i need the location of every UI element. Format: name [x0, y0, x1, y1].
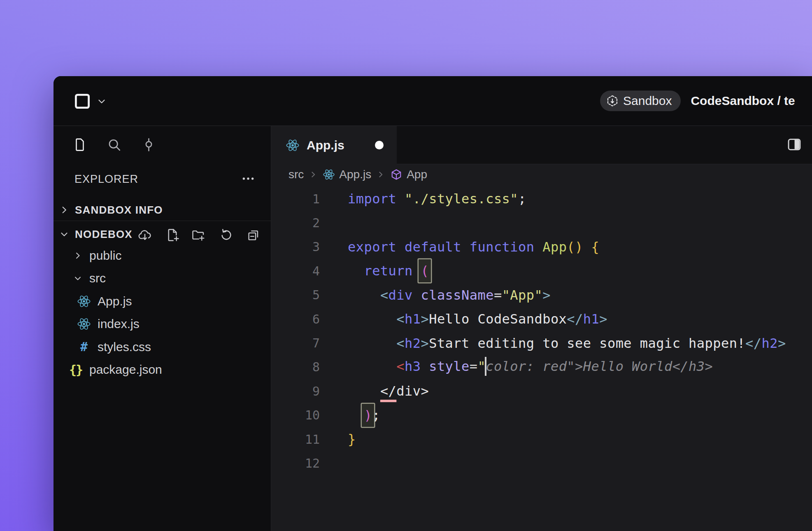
- section-label: SANDBOX INFO: [75, 204, 163, 217]
- workspace-title[interactable]: CodeSandbox / te: [691, 94, 795, 108]
- code-text: <h3 style="color: red">Hello World</h3>: [348, 358, 713, 377]
- react-icon: [77, 317, 91, 331]
- breadcrumb-label: App: [407, 168, 427, 181]
- line-number: 1: [271, 192, 320, 206]
- explorer-header: EXPLORER: [54, 170, 271, 188]
- tree-item-index.js[interactable]: index.js: [54, 313, 271, 336]
- sandbox-badge-label: Sandbox: [623, 94, 672, 108]
- chevron-right-icon: [376, 170, 385, 179]
- split-editor-button[interactable]: [786, 137, 803, 153]
- section-sandbox-info[interactable]: SANDBOX INFO: [54, 201, 271, 219]
- sidebar-divider: [54, 221, 271, 221]
- react-icon: [323, 168, 335, 181]
- code-line-2[interactable]: 2: [271, 211, 812, 235]
- header-right: Sandbox CodeSandbox / te: [600, 91, 795, 111]
- tree-item-public[interactable]: public: [54, 244, 271, 267]
- code-text: <h1>Hello CodeSandbox</h1>: [348, 311, 607, 327]
- ellipsis-icon: [241, 172, 255, 187]
- tree-item-label: src: [89, 271, 106, 285]
- breadcrumb-item-src[interactable]: src: [289, 168, 304, 181]
- new-folder-icon[interactable]: [191, 228, 207, 243]
- code-line-6[interactable]: 6 <h1>Hello CodeSandbox</h1>: [271, 307, 812, 331]
- modified-dot: [375, 141, 384, 149]
- code-text: }: [348, 431, 356, 447]
- code-line-1[interactable]: 1import "./styles.css";: [271, 187, 812, 211]
- refresh-icon[interactable]: [219, 228, 235, 243]
- code-line-8[interactable]: 8 <h3 style="color: red">Hello World</h3…: [271, 355, 812, 379]
- code-line-7[interactable]: 7 <h2>Start editing to see some magic ha…: [271, 331, 812, 355]
- chevron-right-icon: [73, 250, 83, 261]
- code-text: </div>: [348, 383, 429, 399]
- code-text: export default function App() {: [348, 239, 599, 255]
- react-icon: [286, 138, 300, 152]
- code-text: <div className="App">: [348, 287, 551, 303]
- code-line-10[interactable]: 10 );: [271, 403, 812, 427]
- breadcrumb: srcApp.jsApp: [271, 164, 812, 185]
- breadcrumb-item-App[interactable]: App: [390, 168, 427, 181]
- line-number: 10: [271, 408, 320, 422]
- text-cursor: [485, 357, 486, 376]
- line-number: 7: [271, 336, 320, 350]
- window-header: Sandbox CodeSandbox / te: [54, 76, 812, 126]
- sandbox-badge-button[interactable]: Sandbox: [600, 91, 681, 111]
- activity-search-button[interactable]: [106, 136, 122, 153]
- chevron-down-icon: [73, 273, 83, 284]
- code-line-11[interactable]: 11}: [271, 427, 812, 451]
- code-text: );: [348, 408, 380, 423]
- tree-item-label: styles.css: [98, 340, 151, 354]
- breadcrumb-item-App.js[interactable]: App.js: [323, 168, 371, 181]
- activity-file-button[interactable]: [71, 136, 88, 153]
- code-line-3[interactable]: 3export default function App() {: [271, 235, 812, 259]
- tree-item-App.js[interactable]: App.js: [54, 290, 271, 313]
- main-content: EXPLORER SANDBOX INFO NODEBOX publicsrcA…: [54, 126, 812, 531]
- line-number: 9: [271, 384, 320, 398]
- tree-item-label: index.js: [98, 317, 140, 331]
- code-line-4[interactable]: 4 return (: [271, 259, 812, 283]
- search-icon: [107, 137, 122, 152]
- tree-item-label: package.json: [89, 363, 162, 377]
- sidebar: EXPLORER SANDBOX INFO NODEBOX publicsrcA…: [54, 126, 271, 531]
- collapse-all-icon[interactable]: [246, 228, 262, 243]
- line-number: 8: [271, 360, 320, 374]
- tab-label: App.js: [307, 138, 344, 152]
- line-number: 2: [271, 216, 320, 230]
- line-number: 3: [271, 240, 320, 254]
- tree-item-styles.css[interactable]: #styles.css: [54, 335, 271, 359]
- line-number: 11: [271, 432, 320, 447]
- more-actions-button[interactable]: [240, 173, 256, 185]
- section-nodebox[interactable]: NODEBOX: [54, 225, 271, 243]
- file-icon: [72, 137, 87, 152]
- breadcrumb-label: src: [289, 168, 304, 181]
- explorer-title: EXPLORER: [74, 173, 240, 186]
- file-tree: publicsrcApp.jsindex.js#styles.css{}pack…: [54, 244, 271, 381]
- tree-item-label: App.js: [98, 294, 132, 308]
- tab-app-js[interactable]: App.js: [271, 126, 397, 164]
- code-editor[interactable]: 1import "./styles.css";23export default …: [271, 185, 812, 531]
- activity-bar: [71, 136, 157, 153]
- code-text: import "./styles.css";: [348, 191, 526, 207]
- app-menu-button[interactable]: [72, 91, 107, 112]
- new-file-icon[interactable]: [165, 228, 181, 243]
- react-icon: [77, 294, 91, 308]
- chevron-down-icon: [96, 96, 107, 107]
- tree-item-package.json[interactable]: {}package.json: [54, 359, 271, 382]
- code-line-5[interactable]: 5 <div className="App">: [271, 283, 812, 307]
- tab-bar: App.js: [271, 126, 812, 164]
- breadcrumb-label: App.js: [339, 168, 371, 181]
- square-menu-icon: [72, 91, 92, 111]
- line-number: 4: [271, 264, 320, 278]
- tree-item-src[interactable]: src: [54, 267, 271, 290]
- code-line-12[interactable]: 12: [271, 451, 812, 475]
- cloud-download-icon[interactable]: [137, 228, 153, 243]
- sandbox-cube-icon: [606, 94, 619, 107]
- code-text: <h2>Start editing to see some magic happ…: [348, 335, 786, 351]
- editor-pane: App.js srcApp.jsApp 1import "./styles.cs…: [271, 126, 812, 531]
- json-braces-icon: {}: [69, 363, 83, 377]
- line-number: 6: [271, 312, 320, 326]
- cube-icon: [390, 168, 403, 181]
- activity-git-commit-button[interactable]: [140, 136, 157, 153]
- css-hash-icon: #: [77, 340, 91, 354]
- code-line-9[interactable]: 9 </div>: [271, 379, 812, 403]
- chevron-right-icon: [309, 170, 318, 179]
- tree-item-label: public: [89, 249, 121, 263]
